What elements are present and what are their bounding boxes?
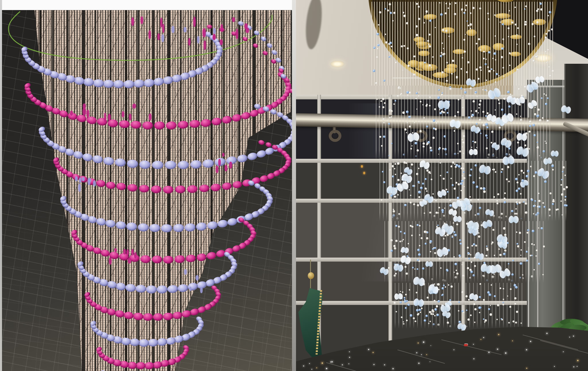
bead bbox=[187, 282, 198, 291]
sparkle-light bbox=[368, 349, 370, 350]
bead bbox=[152, 256, 162, 263]
back-bead bbox=[93, 180, 96, 187]
bead bbox=[265, 142, 272, 148]
back-bead bbox=[183, 27, 187, 33]
bead bbox=[190, 160, 202, 169]
back-bead bbox=[220, 39, 223, 45]
bead bbox=[127, 159, 138, 168]
bead bbox=[207, 221, 218, 230]
sparkle-light bbox=[563, 351, 564, 352]
sparkle-light bbox=[573, 366, 575, 368]
bead bbox=[237, 154, 248, 163]
back-bead bbox=[225, 165, 227, 172]
bead bbox=[114, 310, 125, 318]
sparkle-light bbox=[330, 361, 332, 363]
sparkle-light bbox=[554, 366, 555, 367]
sparkle-light bbox=[430, 345, 431, 346]
back-bead bbox=[222, 153, 224, 157]
sparkle-light bbox=[498, 334, 500, 335]
sparkle-light bbox=[349, 357, 350, 358]
left-wall-edge bbox=[292, 0, 296, 371]
sparkle-light bbox=[321, 362, 323, 364]
back-bead bbox=[213, 28, 216, 34]
back-bead bbox=[162, 24, 165, 33]
back-bead bbox=[79, 177, 82, 183]
bead bbox=[126, 222, 138, 231]
bead bbox=[262, 50, 269, 56]
bead bbox=[83, 78, 94, 87]
bead bbox=[196, 222, 207, 231]
bead bbox=[221, 115, 232, 124]
bead bbox=[275, 57, 282, 63]
marble-vein bbox=[441, 339, 502, 355]
back-bead bbox=[82, 177, 84, 181]
bead bbox=[74, 76, 85, 86]
bead bbox=[103, 156, 115, 166]
bead bbox=[153, 313, 163, 321]
back-bead bbox=[86, 110, 89, 118]
bead bbox=[227, 217, 238, 226]
bead bbox=[166, 121, 177, 130]
sparkle-light bbox=[577, 366, 578, 367]
sparkle-light bbox=[421, 354, 422, 355]
bead bbox=[258, 139, 265, 145]
viewport-edge-strip bbox=[0, 0, 2, 371]
bead bbox=[211, 117, 222, 126]
back-bead bbox=[202, 28, 206, 37]
back-bead bbox=[171, 26, 175, 33]
sparkle-light bbox=[316, 367, 317, 368]
sparkle-light bbox=[416, 352, 417, 353]
sparkle-light bbox=[526, 368, 527, 369]
bead bbox=[157, 285, 168, 293]
back-bead bbox=[149, 113, 152, 121]
bead bbox=[189, 120, 200, 128]
bead bbox=[129, 338, 140, 347]
bead bbox=[252, 42, 259, 49]
back-bead bbox=[157, 33, 160, 40]
bead bbox=[170, 370, 177, 371]
sparkle-light bbox=[430, 361, 430, 362]
bead bbox=[105, 181, 116, 189]
small-red-object bbox=[464, 344, 468, 346]
sparkle-light bbox=[483, 337, 484, 338]
back-bead bbox=[129, 114, 131, 121]
bead bbox=[115, 282, 126, 291]
bead bbox=[260, 36, 267, 42]
bead bbox=[133, 79, 145, 88]
sparkle-light bbox=[326, 368, 328, 370]
sparkle-light bbox=[473, 358, 475, 360]
bead bbox=[217, 219, 228, 228]
bead bbox=[177, 121, 188, 129]
bead bbox=[231, 113, 242, 122]
back-bead bbox=[229, 162, 232, 169]
viewport-canvas bbox=[0, 0, 292, 371]
bead bbox=[140, 255, 151, 263]
bead bbox=[119, 120, 130, 129]
bead bbox=[173, 224, 184, 233]
back-bead bbox=[196, 275, 199, 281]
screenshot-root bbox=[0, 0, 588, 371]
bead bbox=[103, 80, 114, 88]
bead bbox=[92, 154, 103, 164]
bead bbox=[138, 223, 149, 232]
back-bead bbox=[140, 16, 143, 24]
bead bbox=[177, 161, 189, 169]
bead bbox=[154, 121, 165, 130]
bead bbox=[133, 312, 143, 320]
bead bbox=[237, 20, 244, 26]
back-bead bbox=[212, 35, 216, 40]
bead bbox=[163, 256, 174, 263]
bead bbox=[167, 285, 178, 293]
bead bbox=[163, 186, 173, 193]
back-bead bbox=[148, 30, 151, 39]
bead bbox=[139, 160, 151, 169]
bead bbox=[153, 77, 164, 86]
sparkle-light bbox=[303, 365, 304, 367]
back-bead bbox=[188, 38, 191, 46]
bead bbox=[93, 79, 104, 88]
bead bbox=[241, 111, 251, 120]
back-bead bbox=[200, 287, 203, 293]
viewport-panel bbox=[0, 0, 292, 371]
bead bbox=[135, 285, 146, 293]
sparkle-light bbox=[349, 351, 350, 352]
